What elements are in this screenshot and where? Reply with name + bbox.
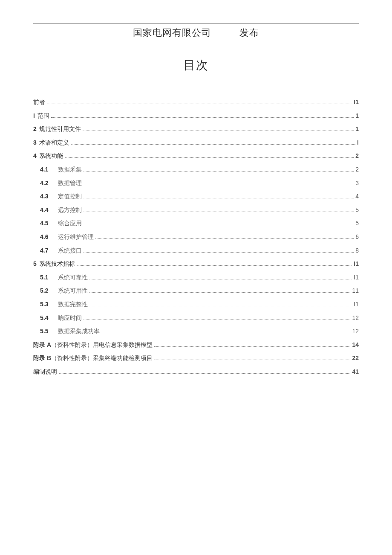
toc-page-number: I1 (354, 260, 359, 268)
toc-list: 前者I1I范围12规范性引用文件13术语和定义I4系统功能24.1数据釆集24.… (33, 98, 359, 376)
toc-leader-dots (154, 360, 350, 360)
toc-number: 5.2 (40, 287, 55, 295)
toc-label: 范围 (37, 112, 49, 120)
toc-page-number: 3 (355, 179, 359, 188)
toc-leader-dots (47, 104, 352, 104)
toc-row: 5.2系统可用性11 (33, 287, 359, 295)
toc-label: 数据采集成功率 (58, 327, 100, 336)
toc-row: 编制说明41 (33, 368, 359, 376)
toc-label: 综合应用 (58, 219, 82, 228)
toc-number: 5.1 (40, 273, 55, 282)
toc-label: （资料性附录）用电信息采集数据模型 (51, 342, 153, 348)
toc-number: 3 (33, 139, 37, 147)
toc-page-number: 5 (355, 219, 359, 228)
toc-number: 5.3 (40, 300, 55, 309)
toc-leader-dots (84, 198, 354, 198)
toc-row: 5系统技术指标I1 (33, 260, 359, 268)
toc-number: 5 (33, 260, 37, 268)
toc-leader-dots (84, 212, 354, 212)
toc-row: 4.3定值控制4 (33, 192, 359, 201)
toc-number: 4.5 (40, 219, 55, 228)
toc-page-number: 12 (352, 327, 359, 336)
header-rule (33, 23, 359, 24)
toc-label: 系统可用性 (58, 287, 88, 295)
toc-row: 4.1数据釆集2 (33, 166, 359, 174)
toc-leader-dots (71, 144, 355, 145)
toc-leader-dots (59, 373, 350, 374)
toc-number: 4.6 (40, 233, 55, 241)
toc-page-number: 1 (355, 125, 359, 134)
toc-row: 4.2数据管理3 (33, 179, 359, 188)
toc-page-number: 5 (355, 206, 359, 215)
toc-leader-dots (84, 185, 354, 185)
toc-label: 数据完整性 (58, 300, 88, 309)
toc-page-number: 2 (355, 152, 359, 160)
toc-label: 系统可靠性 (58, 273, 88, 282)
toc-leader-dots (83, 131, 354, 131)
toc-label: 系统功能 (39, 152, 63, 160)
toc-label: 响应时间 (58, 314, 82, 323)
toc-title: 目次 (33, 57, 359, 73)
toc-label: 前者 (33, 98, 45, 107)
toc-page-number: 41 (352, 368, 359, 376)
toc-number: 4 (33, 152, 37, 160)
toc-row: 附录 B（资料性附录）采集终端功能检测项目22 (33, 354, 359, 363)
toc-row: 4.6运行维护管理6 (33, 233, 359, 241)
toc-number: 4.7 (40, 247, 55, 255)
toc-page-number: 4 (355, 192, 359, 201)
toc-number: 5.4 (40, 314, 55, 323)
toc-page-number: 2 (355, 166, 359, 174)
toc-page-number: 8 (355, 247, 359, 255)
toc-leader-dots (77, 265, 352, 266)
toc-row: 4系统功能2 (33, 152, 359, 160)
toc-page-number: 11 (352, 287, 359, 295)
toc-row: 2规范性引用文件1 (33, 125, 359, 134)
toc-label: 定值控制 (58, 192, 82, 201)
toc-leader-dots (51, 117, 354, 118)
toc-page-number: 1 (355, 112, 359, 120)
toc-row: 4.5综合应用5 (33, 219, 359, 228)
toc-leader-dots (84, 320, 350, 320)
toc-label: 数据釆集 (58, 166, 82, 174)
page-container: 国家电网有限公司 发布 目次 前者I1I范围12规范性引用文件13术语和定义I4… (0, 0, 392, 376)
toc-row: 5.1系统可靠性I1 (33, 273, 359, 282)
toc-page-number: 12 (352, 314, 359, 323)
toc-row: 5.3数据完整性I1 (33, 300, 359, 309)
toc-page-number: I1 (354, 300, 359, 309)
toc-label: 系统接口 (58, 247, 82, 255)
toc-label: 规范性引用文件 (39, 125, 81, 134)
toc-leader-dots (84, 225, 354, 225)
toc-page-number: 6 (355, 233, 359, 241)
toc-row: 4.4远方控制5 (33, 206, 359, 215)
toc-number: I (33, 112, 35, 120)
toc-page-number: 22 (352, 354, 359, 363)
toc-row: 5.4响应时间12 (33, 314, 359, 323)
toc-row: I范围1 (33, 112, 359, 120)
toc-label: 编制说明 (33, 368, 57, 376)
toc-row: 附录 A（资料性附录）用电信息采集数据模型14 (33, 341, 359, 349)
toc-label: （资料性附录）采集终端功能检测项目 (51, 355, 153, 361)
toc-leader-dots (84, 252, 354, 253)
toc-label: 术语和定义 (39, 139, 69, 147)
toc-label: 远方控制 (58, 206, 82, 215)
toc-number: 4.3 (40, 192, 55, 201)
toc-number: 4.1 (40, 166, 55, 174)
toc-appendix-prefix: 附录 A (33, 341, 51, 348)
toc-leader-dots (89, 279, 352, 279)
toc-label: 系统技术指标 (39, 260, 75, 268)
toc-row: 5.5数据采集成功率12 (33, 327, 359, 336)
toc-number: 4.4 (40, 206, 55, 215)
toc-leader-dots (89, 292, 350, 293)
toc-leader-dots (154, 346, 350, 347)
toc-label: 运行维护管理 (58, 233, 94, 241)
toc-appendix-label: 附录 A（资料性附录）用电信息采集数据模型 (33, 341, 153, 349)
toc-leader-dots (84, 171, 354, 171)
toc-row: 4.7系统接口8 (33, 247, 359, 255)
toc-number: 2 (33, 125, 37, 134)
toc-row: 3术语和定义I (33, 139, 359, 147)
toc-row: 前者I1 (33, 98, 359, 107)
toc-leader-dots (89, 306, 352, 306)
toc-number: 4.2 (40, 179, 55, 188)
header-line: 国家电网有限公司 发布 (33, 26, 359, 39)
toc-leader-dots (95, 238, 354, 239)
